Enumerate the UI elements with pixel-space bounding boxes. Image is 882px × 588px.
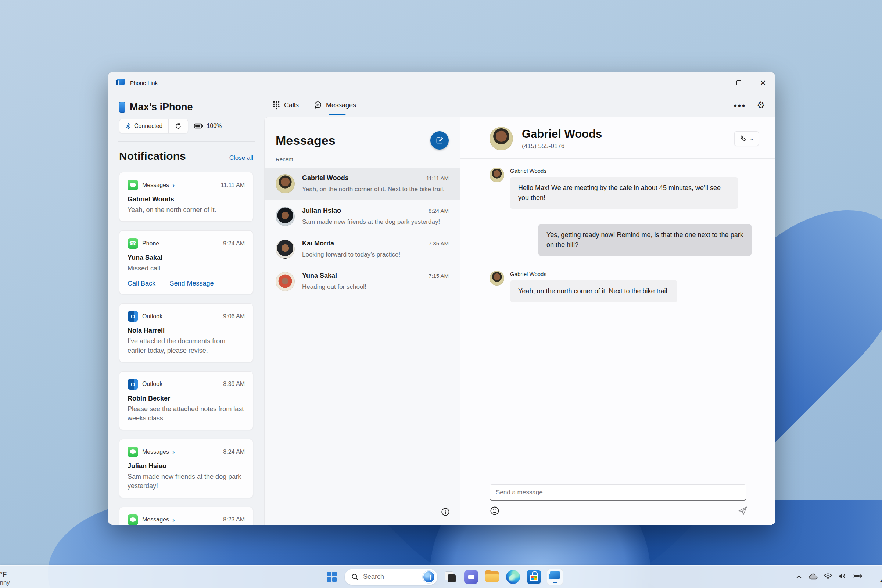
divider (118, 141, 255, 142)
notification-app-name: Outlook (142, 381, 162, 387)
message-bubble[interactable]: Yes, getting ready now! Remind me, is th… (538, 224, 752, 256)
file-explorer-button[interactable] (484, 569, 500, 585)
tab-messages[interactable]: Messages (314, 93, 356, 117)
maximize-button[interactable] (726, 72, 751, 93)
settings-gear-icon[interactable]: ⚙ (757, 100, 765, 110)
message-sender-label: Gabriel Woods (510, 271, 677, 277)
notification-time: 8:24 AM (223, 449, 245, 455)
compose-icon (435, 136, 444, 145)
new-message-button[interactable] (430, 131, 449, 150)
avatar (489, 127, 513, 150)
recent-section-label: Recent (276, 156, 449, 162)
phone-icon (740, 135, 747, 142)
send-message-button[interactable]: Send Message (170, 280, 213, 287)
titlebar[interactable]: Phone Link – × (108, 72, 775, 93)
tray-chevron-up[interactable] (796, 574, 802, 580)
send-button[interactable] (738, 506, 748, 518)
notification-app-name: Messages (142, 516, 169, 523)
info-button[interactable] (441, 507, 450, 518)
task-view-button[interactable] (442, 569, 458, 585)
chat-message-group: Yes, getting ready now! Remind me, is th… (489, 224, 752, 256)
clock-date: 4/2 (867, 577, 882, 584)
weather-widget[interactable]: 2°F unny (0, 570, 10, 587)
send-icon (738, 506, 748, 516)
notification-app-name: Messages (142, 182, 169, 189)
search-placeholder: Search (363, 573, 418, 580)
refresh-button[interactable] (169, 119, 188, 133)
system-tray (796, 566, 862, 588)
contact-phone: (415) 555-0176 (522, 142, 602, 150)
weather-temp: 2°F (0, 570, 10, 579)
message-bubble[interactable]: Hello Max! We are meeting by the cafe in… (510, 177, 738, 209)
start-button[interactable] (324, 569, 340, 585)
notification-time: 11:11 AM (221, 182, 245, 189)
call-back-button[interactable]: Call Back (128, 280, 156, 287)
info-icon (441, 507, 450, 517)
emoji-button[interactable] (489, 506, 500, 518)
close-button[interactable]: × (751, 72, 775, 93)
notification-app-icon (128, 447, 138, 457)
close-all-button[interactable]: Close all (230, 154, 253, 162)
notification-card[interactable]: Messages › 11:11 AM Gabriel Woods Yeah, … (119, 172, 253, 222)
conversation-list-item[interactable]: Kai Morita 7:35 AM Looking forward to to… (265, 233, 460, 266)
call-button[interactable]: ⌄ (734, 131, 759, 146)
store-icon (527, 570, 541, 584)
desktop: { "window": { "title": "Phone Link", "co… (0, 0, 882, 588)
notification-card[interactable]: Messages › 8:24 AM Julian Hsiao Sam made… (119, 439, 253, 498)
message-composer (460, 484, 775, 525)
minimize-button[interactable]: – (702, 72, 726, 93)
message-sender-label: Gabriel Woods (510, 168, 738, 174)
tab-calls[interactable]: Calls (272, 93, 299, 117)
notification-app-name: Messages (142, 449, 169, 455)
notification-card[interactable]: Outlook 8:39 AM Robin Becker Please see … (119, 371, 253, 430)
notification-sender: Robin Becker (128, 395, 245, 402)
conversation-name: Kai Morita (302, 240, 334, 248)
taskbar-clock[interactable]: 11 4/2 (867, 569, 882, 584)
notification-card[interactable]: Outlook 9:06 AM Nola Harrell I’ve attach… (119, 303, 253, 362)
bing-icon (423, 571, 435, 583)
avatar (276, 174, 295, 193)
notification-sender: Gabriel Woods (128, 195, 245, 203)
notification-card[interactable]: Messages › 8:23 AM Julian Hsiao Thanks f… (119, 507, 253, 525)
battery-icon[interactable] (853, 573, 862, 580)
conversation-list-item[interactable]: Gabriel Woods 11:11 AM Yeah, on the nort… (265, 168, 460, 200)
notification-app-icon (128, 180, 138, 190)
onedrive-icon[interactable] (808, 573, 818, 581)
teams-chat-button[interactable] (463, 569, 479, 585)
messages-list-panel: Messages Recent (265, 117, 460, 525)
taskbar-search[interactable]: Search (345, 569, 437, 585)
message-thread[interactable]: Gabriel Woods Hello Max! We are meeting … (460, 159, 775, 484)
maximize-icon (736, 81, 741, 85)
notification-preview: I’ve attached the documents from earlier… (128, 337, 245, 355)
more-options-button[interactable]: ●●● (734, 102, 746, 108)
conversation-name: Gabriel Woods (302, 174, 349, 182)
phone-link-icon (116, 79, 125, 87)
avatar (489, 168, 504, 182)
connection-status[interactable]: Connected (119, 119, 168, 133)
conversation-list: Gabriel Woods 11:11 AM Yeah, on the nort… (265, 168, 460, 298)
device-name: Max’s iPhone (130, 101, 193, 113)
message-bubble[interactable]: Yeah, on the north corner of it. Next to… (510, 280, 677, 303)
chevron-down-icon: ⌄ (750, 136, 754, 141)
window-title: Phone Link (130, 80, 158, 86)
conversation-list-item[interactable]: Yuna Sakai 7:15 AM Heading out for schoo… (265, 266, 460, 298)
iphone-icon (119, 102, 125, 113)
conversation-list-item[interactable]: Julian Hsiao 8:24 AM Sam made new friend… (265, 200, 460, 233)
phone-link-taskbar-button[interactable] (547, 569, 563, 585)
message-input[interactable] (489, 484, 746, 501)
conversation-preview: Yeah, on the north corner of it. Next to… (302, 185, 449, 194)
battery-status: 100% (194, 123, 222, 129)
active-tab-indicator (328, 114, 345, 116)
battery-icon (194, 123, 204, 129)
volume-icon[interactable] (838, 573, 846, 581)
conversation-preview: Sam made new friends at the dog park yes… (302, 218, 449, 226)
chat-message-group: Gabriel Woods Hello Max! We are meeting … (489, 168, 752, 209)
microsoft-store-button[interactable] (526, 569, 542, 585)
messages-panel-title: Messages (276, 134, 336, 148)
conversation-name: Yuna Sakai (302, 272, 337, 280)
notification-card[interactable]: Phone 9:24 AM Yuna Sakai Missed call Cal… (119, 230, 253, 294)
wifi-icon[interactable] (824, 573, 832, 581)
notification-list: Messages › 11:11 AM Gabriel Woods Yeah, … (119, 172, 253, 525)
edge-button[interactable] (505, 569, 521, 585)
avatar (276, 240, 295, 259)
